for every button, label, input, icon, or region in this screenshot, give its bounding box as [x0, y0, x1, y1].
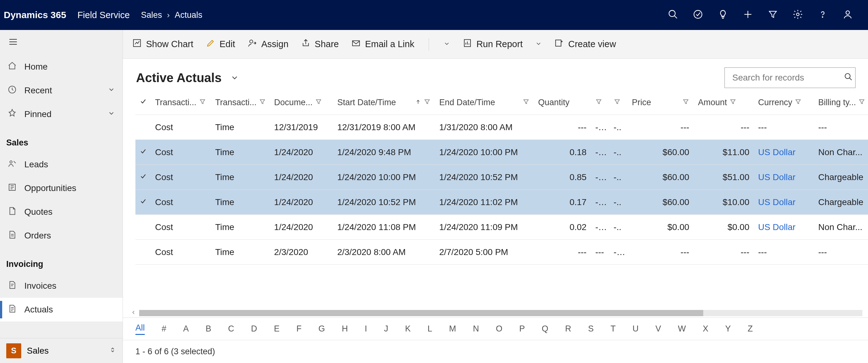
alpha-q[interactable]: Q	[541, 324, 548, 334]
search-icon[interactable]	[668, 9, 678, 21]
sidebar-item-pinned[interactable]: Pinned	[0, 102, 123, 126]
table-row[interactable]: CostTime1/24/20201/24/2020 10:52 PM1/24/…	[135, 190, 868, 215]
cmd-share[interactable]: Share	[301, 38, 339, 50]
search-input[interactable]	[732, 73, 844, 83]
cmd-edit[interactable]: Edit	[206, 38, 235, 50]
alpha-l[interactable]: L	[428, 324, 432, 334]
alpha-s[interactable]: S	[588, 324, 594, 334]
filter-icon[interactable]	[315, 98, 322, 108]
select-all-checkbox[interactable]	[135, 98, 151, 108]
sidebar-item-leads[interactable]: Leads	[0, 153, 123, 176]
col-amount[interactable]: Amount	[693, 98, 754, 108]
sidebar-item-recent[interactable]: Recent	[0, 79, 123, 102]
sidebar-item-invoices[interactable]: Invoices	[0, 274, 123, 298]
alpha-a[interactable]: A	[183, 324, 189, 334]
alpha-x[interactable]: X	[703, 324, 708, 334]
cell-currency[interactable]: US Dollar	[754, 147, 814, 157]
help-icon[interactable]	[817, 9, 828, 21]
user-icon[interactable]	[842, 9, 853, 21]
alpha-d[interactable]: D	[251, 324, 257, 334]
alpha-k[interactable]: K	[405, 324, 411, 334]
cmd-run-report[interactable]: Run Report	[463, 38, 523, 50]
alpha-n[interactable]: N	[473, 324, 479, 334]
cmd-assign[interactable]: Assign	[248, 38, 289, 50]
filter-icon[interactable]	[259, 98, 266, 108]
alpha-t[interactable]: T	[611, 324, 616, 334]
col-price[interactable]: Price	[627, 98, 693, 108]
alpha-e[interactable]: E	[274, 324, 280, 334]
alpha-#[interactable]: #	[162, 324, 166, 334]
col-end-date[interactable]: End Date/Time	[435, 98, 534, 108]
alpha-h[interactable]: H	[342, 324, 348, 334]
sidebar-item-quotes[interactable]: Quotes	[0, 200, 123, 224]
alpha-u[interactable]: U	[632, 324, 639, 334]
filter-icon[interactable]	[682, 98, 689, 108]
col-currency[interactable]: Currency	[754, 98, 814, 108]
col-billing-type[interactable]: Billing ty...	[814, 98, 868, 108]
breadcrumb-sales[interactable]: Sales	[141, 10, 162, 20]
alpha-v[interactable]: V	[655, 324, 661, 334]
col-start-date[interactable]: Start Date/Time	[333, 98, 435, 108]
alpha-c[interactable]: C	[228, 324, 234, 334]
alpha-y[interactable]: Y	[725, 324, 731, 334]
filter-icon[interactable]	[768, 9, 778, 21]
col-document-date[interactable]: Docume...	[270, 98, 333, 108]
table-row[interactable]: CostTime2/3/20202/3/2020 8:00 AM2/7/2020…	[135, 240, 868, 265]
col-transaction-class[interactable]: Transacti...	[151, 98, 211, 108]
sidebar-item-opportunities[interactable]: Opportunities	[0, 176, 123, 200]
sort-asc-icon[interactable]	[415, 98, 421, 108]
view-selector[interactable]: Active Actuals	[136, 71, 239, 85]
gear-icon[interactable]	[793, 9, 803, 21]
cmd-email-link[interactable]: Email a Link	[351, 38, 414, 50]
row-select[interactable]	[135, 147, 151, 157]
cmd-run-report-dropdown[interactable]	[535, 39, 542, 49]
col-quantity-filter[interactable]	[591, 98, 609, 108]
search-icon[interactable]	[844, 72, 853, 83]
cmd-email-link-dropdown[interactable]	[443, 39, 450, 49]
alpha-r[interactable]: R	[565, 324, 571, 334]
alpha-f[interactable]: F	[297, 324, 302, 334]
sidebar-item-home[interactable]: Home	[0, 55, 123, 79]
alpha-p[interactable]: P	[519, 324, 525, 334]
sidebar-item-orders[interactable]: Orders	[0, 224, 123, 247]
horizontal-scrollbar[interactable]	[123, 309, 868, 317]
alpha-m[interactable]: M	[449, 324, 456, 334]
table-row[interactable]: CostTime12/31/201912/31/2019 8:00 AM1/31…	[135, 115, 868, 140]
plus-icon[interactable]	[743, 9, 753, 21]
alpha-b[interactable]: B	[206, 324, 211, 334]
lightbulb-icon[interactable]	[718, 9, 728, 21]
cmd-show-chart[interactable]: Show Chart	[132, 38, 193, 50]
alpha-w[interactable]: W	[678, 324, 686, 334]
cell-currency[interactable]: US Dollar	[754, 197, 814, 207]
row-select[interactable]	[135, 197, 151, 207]
row-select[interactable]	[135, 172, 151, 182]
alpha-o[interactable]: O	[496, 324, 502, 334]
hamburger-icon[interactable]	[8, 37, 18, 48]
scroll-left-icon[interactable]	[131, 310, 136, 316]
sidebar-item-actuals[interactable]: Actuals	[0, 298, 123, 322]
filter-icon[interactable]	[424, 98, 431, 108]
scrollbar-track[interactable]	[139, 310, 862, 316]
col-quantity[interactable]: Quantity	[534, 98, 591, 108]
scrollbar-thumb[interactable]	[139, 310, 703, 316]
col-transaction-type[interactable]: Transacti...	[211, 98, 270, 108]
alpha-z[interactable]: Z	[748, 324, 753, 334]
filter-icon[interactable]	[730, 98, 736, 108]
assistant-icon[interactable]	[693, 9, 703, 21]
table-row[interactable]: CostTime1/24/20201/24/2020 10:00 PM1/24/…	[135, 165, 868, 190]
table-row[interactable]: CostTime1/24/20201/24/2020 11:08 PM1/24/…	[135, 215, 868, 240]
alpha-g[interactable]: G	[318, 324, 325, 334]
cmd-create-view[interactable]: Create view	[554, 38, 616, 50]
table-row[interactable]: CostTime1/24/20201/24/2020 9:48 PM1/24/2…	[135, 140, 868, 165]
filter-icon[interactable]	[795, 98, 802, 108]
alpha-j[interactable]: J	[384, 324, 389, 334]
alpha-i[interactable]: I	[365, 324, 367, 334]
app-switcher[interactable]: S Sales	[0, 338, 123, 363]
col-quantity-filter2[interactable]	[609, 98, 628, 108]
filter-icon[interactable]	[858, 98, 865, 108]
cell-currency[interactable]: US Dollar	[754, 222, 814, 232]
filter-icon[interactable]	[199, 98, 206, 108]
product-label[interactable]: Field Service	[78, 10, 130, 20]
filter-icon[interactable]	[523, 98, 529, 108]
record-search[interactable]	[724, 67, 856, 88]
